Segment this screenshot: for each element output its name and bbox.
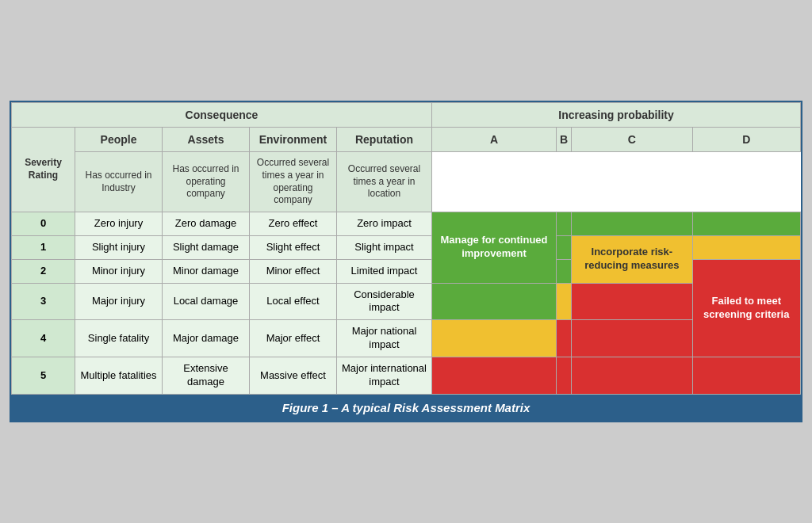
table-row: 4 Single fatality Major damage Major eff… (12, 320, 801, 357)
people-1: Slight injury (75, 235, 163, 259)
figure-caption: Figure 1 – A typical Risk Assessment Mat… (11, 395, 801, 421)
reputation-5: Major international impact (337, 357, 432, 395)
assets-col-header: Assets (163, 128, 250, 152)
prob-desc-C: Occurred several times a year in operati… (250, 152, 337, 212)
people-0: Zero injury (75, 212, 163, 235)
reputation-1: Slight impact (337, 235, 432, 259)
prob-desc-A: Has occurred in Industry (75, 152, 163, 212)
red-B4 (556, 320, 571, 357)
people-2: Minor injury (75, 259, 163, 283)
red-C5 (572, 357, 692, 395)
green-zone-label: Manage for continued improvement (440, 234, 547, 259)
prob-letter-C: C (572, 128, 692, 152)
assets-5: Extensive damage (163, 357, 250, 395)
prob-letter-B: B (556, 128, 571, 152)
green-C0 (572, 212, 692, 235)
people-5: Multiple fatalities (75, 357, 163, 395)
prob-letter-D: D (692, 128, 800, 152)
prob-letter-A: A (432, 128, 557, 152)
environment-5: Massive effect (250, 357, 337, 395)
green-B1 (556, 235, 571, 259)
green-zone-cell: Manage for continued improvement (432, 212, 557, 283)
prob-desc-D: Occurred several times a year in locatio… (337, 152, 432, 212)
yellow-A4 (432, 320, 557, 357)
severity-1: 1 (12, 235, 75, 259)
environment-3: Local effect (250, 283, 337, 320)
severity-5: 5 (12, 357, 75, 395)
green-B2 (556, 259, 571, 283)
red-D5 (692, 357, 800, 395)
prob-desc-B: Has occurred in operating company (163, 152, 250, 212)
reputation-col-header: Reputation (337, 128, 432, 152)
yellow-B3 (556, 283, 571, 320)
assets-4: Major damage (163, 320, 250, 357)
table-row: 3 Major injury Local damage Local effect… (12, 283, 801, 320)
assets-0: Zero damage (163, 212, 250, 235)
table-row: 5 Multiple fatalities Extensive damage M… (12, 357, 801, 395)
green-B0 (556, 212, 571, 235)
red-B5 (556, 357, 571, 395)
assets-3: Local damage (163, 283, 250, 320)
environment-col-header: Environment (250, 128, 337, 152)
environment-0: Zero effect (250, 212, 337, 235)
red-C3 (572, 283, 692, 320)
people-3: Major injury (75, 283, 163, 320)
red-A5 (432, 357, 557, 395)
green-D0 (692, 212, 800, 235)
risk-matrix-table: Consequence Increasing probability Sever… (11, 102, 801, 395)
consequence-header: Consequence (12, 103, 432, 128)
reputation-2: Limited impact (337, 259, 432, 283)
severity-2: 2 (12, 259, 75, 283)
people-col-header: People (75, 128, 163, 152)
red-zone-cell: Failed to meet screening criteria (692, 259, 800, 357)
reputation-3: Considerable impact (337, 283, 432, 320)
table-row: 0 Zero injury Zero damage Zero effect Ze… (12, 212, 801, 235)
yellow-zone-label: Incorporate risk-reducing measures (584, 246, 679, 271)
red-C4 (572, 320, 692, 357)
reputation-0: Zero impact (337, 212, 432, 235)
probability-header: Increasing probability (432, 103, 801, 128)
environment-4: Major effect (250, 320, 337, 357)
severity-col-header: Severity Rating (12, 128, 75, 212)
assets-2: Minor damage (163, 259, 250, 283)
main-container: Consequence Increasing probability Sever… (10, 101, 802, 422)
people-4: Single fatality (75, 320, 163, 357)
severity-0: 0 (12, 212, 75, 235)
table-row: 1 Slight injury Slight damage Slight eff… (12, 235, 801, 259)
environment-1: Slight effect (250, 235, 337, 259)
severity-4: 4 (12, 320, 75, 357)
environment-2: Minor effect (250, 259, 337, 283)
reputation-4: Major national impact (337, 320, 432, 357)
assets-1: Slight damage (163, 235, 250, 259)
yellow-zone-cell: Incorporate risk-reducing measures (572, 235, 692, 283)
yellow-D1 (692, 235, 800, 259)
severity-3: 3 (12, 283, 75, 320)
red-zone-label: Failed to meet screening criteria (703, 295, 789, 320)
green-A3 (432, 283, 557, 320)
